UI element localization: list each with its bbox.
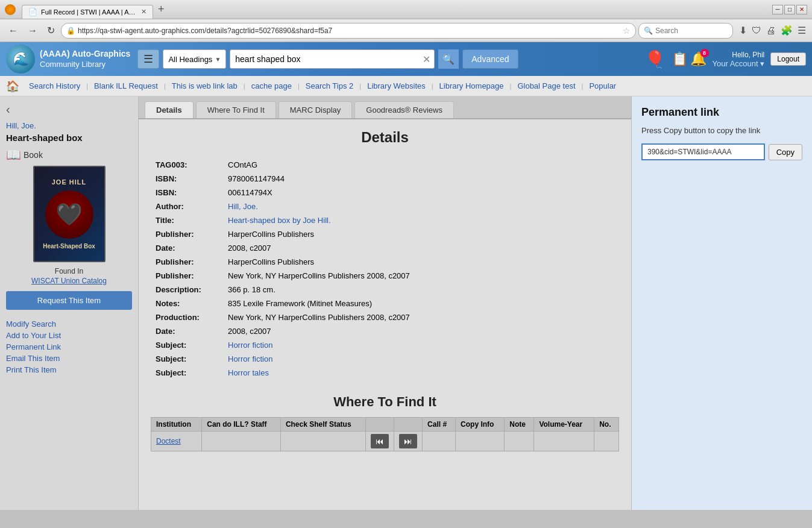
field-value: Horror tales — [223, 366, 619, 380]
email-item-link[interactable]: Email This Item — [6, 354, 132, 363]
browser-search-box[interactable]: 🔍 — [638, 23, 733, 39]
media-next-cell: ⏭ — [394, 432, 423, 451]
field-label: Notes: — [151, 297, 223, 310]
wiscat-link[interactable]: WISCAT Union Catalog — [6, 277, 132, 285]
browser-navbar: ← → ↻ 🔒 ☆ 🔍 ⬇ 🛡 🖨 🧩 ☰ — [0, 19, 812, 42]
shield-icon[interactable]: 🛡 — [751, 24, 763, 37]
where-to-find-table: Institution Can do ILL? Staff Check Shel… — [151, 417, 619, 451]
media-next-button[interactable]: ⏭ — [399, 434, 417, 448]
browser-tab[interactable]: 📄 Full Record | STWI | AAAA | Aut... ✕ — [22, 5, 153, 19]
back-arrow-button[interactable]: ‹ — [6, 102, 132, 116]
modify-search-link[interactable]: Modify Search — [6, 319, 132, 328]
print-item-link[interactable]: Print This Item — [6, 365, 132, 374]
hot-air-balloon-icon[interactable]: 🎈 — [644, 49, 666, 69]
print-icon[interactable]: 🖨 — [765, 24, 777, 37]
close-button[interactable]: ✕ — [796, 5, 807, 14]
nav-global-page[interactable]: Global Page test — [512, 76, 580, 96]
home-icon[interactable]: 🏠 — [6, 80, 19, 93]
permanent-link-input-wrap: Copy — [641, 143, 802, 160]
reload-button[interactable]: ↻ — [43, 24, 58, 37]
search-magnifier-icon: 🔍 — [644, 27, 653, 35]
media-prev-button[interactable]: ⏮ — [371, 434, 389, 448]
list-icon[interactable]: 📋 — [672, 51, 688, 67]
field-value: 2008, c2007 — [223, 241, 619, 255]
field-label: Production: — [151, 310, 223, 324]
security-icon: 🔒 — [66, 27, 75, 35]
advanced-search-button[interactable]: Advanced — [462, 49, 518, 69]
nav-search-tips[interactable]: Search Tips 2 — [301, 76, 359, 96]
tab-goodreads[interactable]: Goodreads® Reviews — [354, 101, 454, 118]
nav-popular[interactable]: Popular — [584, 76, 621, 96]
table-row: Date: 2008, c2007 — [151, 324, 619, 338]
book-title-heading: Heart-shaped box — [6, 133, 132, 143]
notification-wrap: 🔔 8 — [690, 51, 707, 67]
institution-link[interactable]: Doctest — [156, 437, 181, 445]
col-note: Note — [505, 418, 534, 432]
tab-details[interactable]: Details — [145, 101, 194, 118]
search-type-icon-btn[interactable]: ☰ — [137, 49, 159, 69]
field-label: Date: — [151, 324, 223, 338]
nav-cache-page[interactable]: cache page — [247, 76, 297, 96]
title-detail-link[interactable]: Heart-shaped box by Joe Hill. — [228, 216, 331, 225]
headings-icon: ☰ — [143, 52, 153, 66]
field-value: HarperCollins Publishers — [223, 255, 619, 269]
nav-library-homepage[interactable]: Library Homepage — [435, 76, 509, 96]
book-icon: 📖 — [6, 148, 21, 162]
table-row: Doctest ⏮ ⏭ — [151, 432, 619, 451]
field-label: Date: — [151, 241, 223, 255]
org-sub: Community Library — [40, 60, 130, 70]
logout-button[interactable]: Logout — [770, 52, 806, 66]
search-type-dropdown[interactable]: All Headings ▼ — [163, 49, 226, 69]
back-button[interactable]: ← — [5, 24, 22, 37]
field-label: Description: — [151, 283, 223, 297]
maximize-button[interactable]: □ — [784, 5, 795, 14]
request-item-button[interactable]: Request This Item — [6, 291, 132, 310]
extensions-icon[interactable]: 🧩 — [779, 24, 794, 37]
author-detail-link[interactable]: Hill, Joe. — [228, 202, 258, 211]
bookmark-icon[interactable]: ☆ — [623, 26, 631, 36]
found-in-label: Found In — [6, 267, 132, 275]
permanent-link-input[interactable] — [641, 143, 765, 160]
details-table: TAG003: COntAG ISBN: 9780061147944 ISBN:… — [151, 158, 619, 380]
field-value: COntAG — [223, 158, 619, 172]
table-row: Subject: Horror tales — [151, 366, 619, 380]
search-type-label: All Headings — [168, 55, 212, 64]
subject3-link[interactable]: Horror tales — [228, 368, 269, 377]
minimize-button[interactable]: ─ — [772, 5, 783, 14]
cover-author: JOE HILL — [43, 178, 95, 186]
menu-icon[interactable]: ☰ — [796, 24, 807, 37]
tab-close-icon[interactable]: ✕ — [141, 8, 146, 16]
nav-library-websites[interactable]: Library Websites — [362, 76, 430, 96]
copy-button[interactable]: Copy — [769, 144, 802, 160]
field-label: Subject: — [151, 338, 223, 352]
notification-badge: 8 — [700, 49, 709, 57]
subject1-link[interactable]: Horror fiction — [228, 341, 272, 350]
your-account-link[interactable]: Your Account ▾ — [713, 59, 765, 68]
author-link[interactable]: Hill, Joe. — [6, 121, 132, 130]
add-to-list-link[interactable]: Add to Your List — [6, 331, 132, 340]
browser-search-input[interactable] — [655, 27, 728, 35]
table-row: Date: 2008, c2007 — [151, 241, 619, 255]
field-label: TAG003: — [151, 158, 223, 172]
new-tab-button[interactable]: + — [158, 3, 165, 16]
forward-button[interactable]: → — [24, 24, 41, 37]
tab-marc-display[interactable]: MARC Display — [279, 101, 353, 118]
download-icon[interactable]: ⬇ — [738, 24, 748, 37]
nav-blank-ill[interactable]: Blank ILL Request — [89, 76, 163, 96]
institution-cell: Doctest — [151, 432, 202, 451]
search-go-button[interactable]: 🔍 — [438, 49, 459, 69]
subject2-link[interactable]: Horror fiction — [228, 354, 272, 363]
search-input[interactable] — [235, 54, 421, 64]
address-input[interactable] — [78, 27, 620, 35]
call-cell — [423, 432, 456, 451]
search-clear-button[interactable]: ✕ — [421, 52, 432, 66]
permanent-link-link[interactable]: Permanent Link — [6, 342, 132, 351]
nav-search-history[interactable]: Search History — [24, 76, 85, 96]
field-label: ISBN: — [151, 186, 223, 200]
address-bar[interactable]: 🔒 ☆ — [61, 23, 636, 39]
search-input-wrap: ✕ — [230, 49, 435, 69]
field-value: 366 p. 18 cm. — [223, 283, 619, 297]
nav-web-link-lab[interactable]: This is web link lab — [167, 76, 242, 96]
tab-where-to-find-it[interactable]: Where To Find It — [196, 101, 276, 118]
field-value: HarperCollins Publishers — [223, 227, 619, 241]
